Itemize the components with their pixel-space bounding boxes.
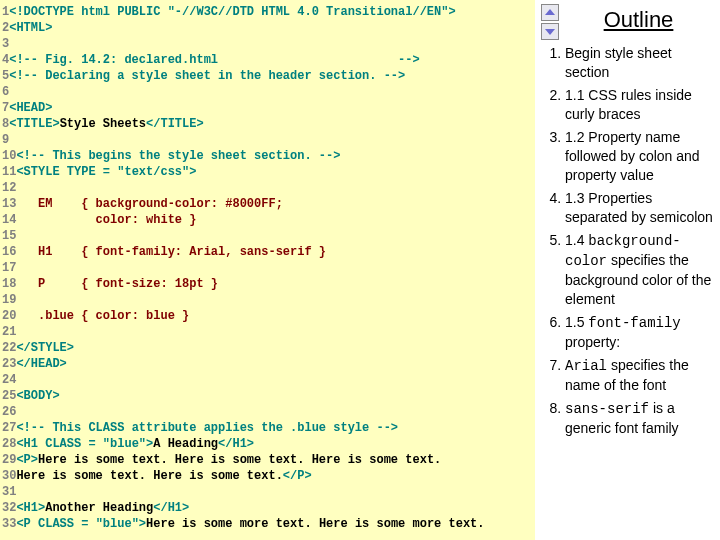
code-line: 33<P CLASS = "blue">Here is some more te… (2, 516, 533, 532)
code-line: 1<!DOCTYPE html PUBLIC "-//W3C//DTD HTML… (2, 4, 533, 20)
outline-scroll-controls (541, 4, 559, 42)
code-line: 6 (2, 84, 533, 100)
code-line: 20 .blue { color: blue } (2, 308, 533, 324)
code-line: 18 P { font-size: 18pt } (2, 276, 533, 292)
code-line: 12 (2, 180, 533, 196)
code-line: 10<!-- This begins the style sheet secti… (2, 148, 533, 164)
code-line: 4<!-- Fig. 14.2: declared.html --> (2, 52, 533, 68)
code-line: 30Here is some text. Here is some text.<… (2, 468, 533, 484)
code-line: 9 (2, 132, 533, 148)
code-line: 11<STYLE TYPE = "text/css"> (2, 164, 533, 180)
outline-item: 1.1 CSS rules inside curly braces (565, 86, 714, 124)
slide-root: 1<!DOCTYPE html PUBLIC "-//W3C//DTD HTML… (0, 0, 720, 540)
code-line: 21 (2, 324, 533, 340)
code-line: 5<!-- Declaring a style sheet in the hea… (2, 68, 533, 84)
code-line: 32<H1>Another Heading</H1> (2, 500, 533, 516)
code-line: 2<HTML> (2, 20, 533, 36)
code-line: 23</HEAD> (2, 356, 533, 372)
code-line: 17 (2, 260, 533, 276)
outline-list: Begin style sheet section1.1 CSS rules i… (541, 44, 714, 438)
code-line: 25<BODY> (2, 388, 533, 404)
code-line: 16 H1 { font-family: Arial, sans-serif } (2, 244, 533, 260)
outline-item: 1.4 background-color specifies the backg… (565, 231, 714, 309)
code-line: 13 EM { background-color: #8000FF; (2, 196, 533, 212)
code-panel: 1<!DOCTYPE html PUBLIC "-//W3C//DTD HTML… (0, 0, 535, 540)
code-line: 29<P>Here is some text. Here is some tex… (2, 452, 533, 468)
code-line: 8<TITLE>Style Sheets</TITLE> (2, 116, 533, 132)
code-line: 15 (2, 228, 533, 244)
scroll-up-icon[interactable] (541, 4, 559, 21)
outline-panel: Outline Begin style sheet section1.1 CSS… (535, 0, 720, 540)
code-line: 3 (2, 36, 533, 52)
code-line: 14 color: white } (2, 212, 533, 228)
code-line: 31 (2, 484, 533, 500)
outline-item: 1.2 Property name followed by colon and … (565, 128, 714, 185)
code-line: 28<H1 CLASS = "blue">A Heading</H1> (2, 436, 533, 452)
code-line: 26 (2, 404, 533, 420)
outline-title: Outline (563, 6, 714, 34)
code-line: 7<HEAD> (2, 100, 533, 116)
outline-item: sans-serif is a generic font family (565, 399, 714, 438)
code-line: 22</STYLE> (2, 340, 533, 356)
outline-item: 1.5 font-family property: (565, 313, 714, 352)
outline-item: Begin style sheet section (565, 44, 714, 82)
outline-item: Arial specifies the name of the font (565, 356, 714, 395)
scroll-down-icon[interactable] (541, 23, 559, 40)
code-line: 27<!-- This CLASS attribute applies the … (2, 420, 533, 436)
code-line: 19 (2, 292, 533, 308)
outline-item: 1.3 Properties separated by semicolon (565, 189, 714, 227)
code-line: 24 (2, 372, 533, 388)
